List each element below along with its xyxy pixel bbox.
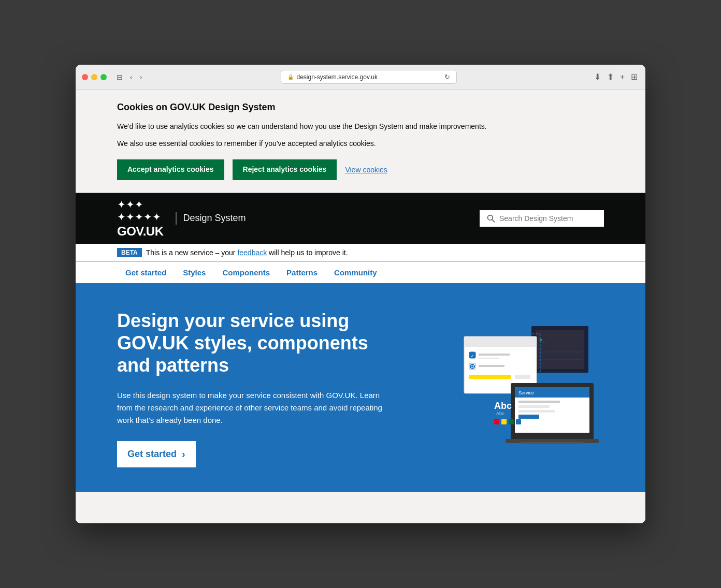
svg-rect-33 bbox=[516, 419, 521, 424]
svg-rect-9 bbox=[479, 354, 510, 356]
back-button[interactable]: ‹ bbox=[127, 71, 135, 83]
nav-item-community: Community bbox=[326, 262, 385, 283]
traffic-lights bbox=[82, 74, 107, 80]
svg-rect-32 bbox=[509, 419, 514, 424]
svg-rect-23 bbox=[518, 405, 550, 408]
nav-link-components[interactable]: Components bbox=[214, 262, 278, 283]
search-box[interactable] bbox=[480, 210, 604, 227]
nav-link-patterns[interactable]: Patterns bbox=[278, 262, 326, 283]
nav-item-components: Components bbox=[214, 262, 278, 283]
view-cookies-link[interactable]: View cookies bbox=[345, 166, 387, 174]
download-button[interactable]: ⬇ bbox=[593, 70, 602, 83]
search-icon bbox=[487, 214, 495, 223]
beta-tag: BETA bbox=[117, 248, 142, 257]
svg-text:✓: ✓ bbox=[470, 354, 474, 359]
share-button[interactable]: ⬆ bbox=[605, 70, 615, 83]
crown-icon: ✦✦✦✦✦✦✦✦ bbox=[117, 198, 161, 223]
svg-point-13 bbox=[471, 365, 473, 368]
svg-rect-6 bbox=[464, 336, 537, 347]
cookie-banner-para1: We'd like to use analytics cookies so we… bbox=[117, 121, 604, 132]
get-started-label: Get started bbox=[127, 449, 177, 460]
svg-rect-10 bbox=[479, 358, 499, 359]
get-started-button[interactable]: Get started › bbox=[117, 441, 196, 467]
nav-item-styles: Styles bbox=[175, 262, 214, 283]
grid-button[interactable]: ⊞ bbox=[629, 70, 639, 83]
nav-link-get-started[interactable]: Get started bbox=[117, 262, 175, 283]
govuk-logo[interactable]: ✦✦✦✦✦✦✦✦ GOV.UK bbox=[117, 198, 163, 239]
svg-rect-31 bbox=[501, 419, 507, 424]
svg-text:Abc: Abc bbox=[496, 411, 504, 416]
lock-icon: 🔒 bbox=[287, 74, 294, 80]
hero-illustration: >_ ✓ bbox=[459, 321, 604, 455]
address-bar-container: 🔒 design-system.service.gov.uk ↻ bbox=[149, 70, 588, 84]
svg-rect-30 bbox=[494, 419, 499, 424]
cookie-banner-title: Cookies on GOV.UK Design System bbox=[117, 102, 604, 113]
reload-icon[interactable]: ↻ bbox=[444, 73, 450, 81]
header-left: ✦✦✦✦✦✦✦✦ GOV.UK Design System bbox=[117, 198, 246, 239]
beta-banner: BETA This is a new service – your feedba… bbox=[76, 244, 645, 262]
arrow-icon: › bbox=[182, 448, 185, 460]
url-text: design-system.service.gov.uk bbox=[297, 74, 378, 81]
close-button[interactable] bbox=[82, 74, 88, 80]
hero-description: Use this design system to make your serv… bbox=[117, 389, 386, 427]
hero-title: Design your service using GOV.UK styles,… bbox=[117, 310, 386, 377]
nav-list: Get started Styles Components Patterns C… bbox=[117, 262, 604, 283]
cookie-banner: Cookies on GOV.UK Design System We'd lik… bbox=[76, 90, 645, 193]
svg-point-0 bbox=[488, 215, 493, 220]
site-nav: Get started Styles Components Patterns C… bbox=[76, 262, 645, 285]
beta-text: This is a new service – your feedback wi… bbox=[146, 248, 348, 257]
svg-rect-22 bbox=[518, 401, 560, 403]
svg-rect-24 bbox=[518, 410, 555, 413]
svg-rect-14 bbox=[479, 365, 504, 367]
svg-line-1 bbox=[492, 219, 495, 222]
hero-svg: >_ ✓ bbox=[459, 321, 604, 455]
site-header: ✦✦✦✦✦✦✦✦ GOV.UK Design System bbox=[76, 193, 645, 244]
svg-rect-25 bbox=[518, 415, 539, 419]
reject-cookies-button[interactable]: Reject analytics cookies bbox=[233, 159, 337, 180]
hero-content: Design your service using GOV.UK styles,… bbox=[117, 310, 386, 467]
design-system-text: Design System bbox=[176, 212, 246, 224]
svg-rect-3 bbox=[536, 330, 584, 369]
sidebar-toggle-button[interactable]: ⊟ bbox=[114, 71, 125, 83]
maximize-button[interactable] bbox=[100, 74, 107, 80]
browser-controls: ⊟ ‹ › bbox=[114, 71, 145, 83]
browser-chrome: ⊟ ‹ › 🔒 design-system.service.gov.uk ↻ ⬇… bbox=[76, 65, 645, 90]
svg-rect-27 bbox=[521, 442, 583, 444]
svg-rect-16 bbox=[515, 375, 530, 379]
govuk-text: GOV.UK bbox=[117, 224, 163, 239]
nav-item-get-started: Get started bbox=[117, 262, 175, 283]
svg-rect-15 bbox=[469, 375, 511, 379]
hero-section: Design your service using GOV.UK styles,… bbox=[76, 285, 645, 492]
new-tab-button[interactable]: + bbox=[618, 71, 626, 83]
cookie-banner-para2: We also use essential cookies to remembe… bbox=[117, 138, 604, 149]
svg-text:Abc: Abc bbox=[494, 401, 512, 411]
forward-button[interactable]: › bbox=[137, 71, 145, 83]
accept-cookies-button[interactable]: Accept analytics cookies bbox=[117, 159, 224, 180]
cookie-buttons: Accept analytics cookies Reject analytic… bbox=[117, 159, 604, 180]
browser-window: ⊟ ‹ › 🔒 design-system.service.gov.uk ↻ ⬇… bbox=[76, 65, 645, 523]
address-bar[interactable]: 🔒 design-system.service.gov.uk ↻ bbox=[281, 70, 457, 84]
search-container bbox=[480, 210, 604, 227]
feedback-link[interactable]: feedback bbox=[237, 248, 267, 257]
nav-item-patterns: Patterns bbox=[278, 262, 326, 283]
svg-text:Service: Service bbox=[518, 390, 534, 395]
minimize-button[interactable] bbox=[91, 74, 97, 80]
bottom-section bbox=[76, 492, 645, 523]
search-input[interactable] bbox=[499, 214, 597, 223]
nav-link-community[interactable]: Community bbox=[326, 262, 385, 283]
nav-link-styles[interactable]: Styles bbox=[175, 262, 214, 283]
browser-actions: ⬇ ⬆ + ⊞ bbox=[593, 70, 639, 83]
